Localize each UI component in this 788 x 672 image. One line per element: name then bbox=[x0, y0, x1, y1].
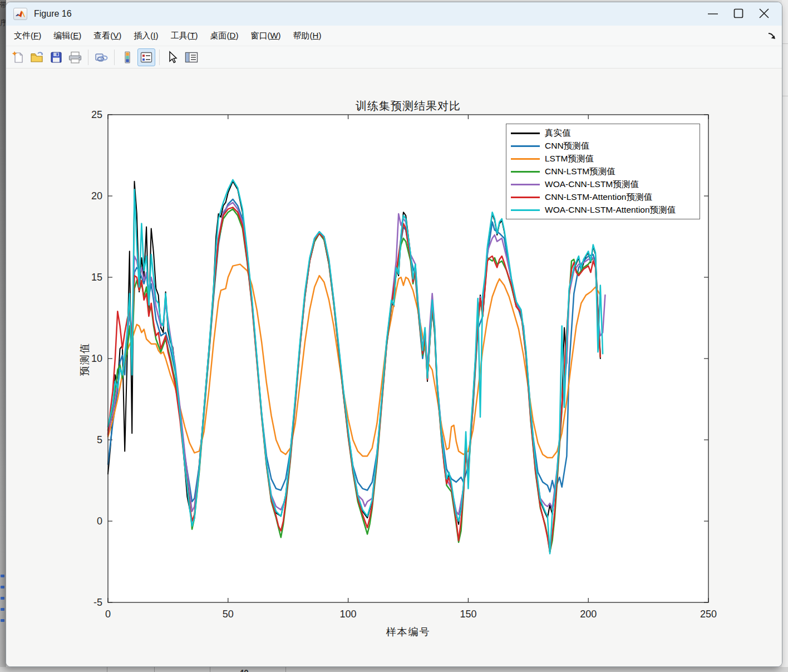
y-tick-label: 15 bbox=[91, 272, 102, 283]
background-text-fragment: 带 bbox=[0, 1, 6, 9]
background-window-right-edge bbox=[782, 0, 788, 672]
y-tick-label: 0 bbox=[97, 516, 102, 527]
legend-label: CNN-LSTM预测值 bbox=[545, 166, 615, 178]
legend-line-swatch bbox=[511, 158, 540, 160]
legend-line-swatch bbox=[511, 184, 540, 185]
window-title: Figure 16 bbox=[34, 9, 72, 19]
y-tick-label: 25 bbox=[91, 109, 102, 120]
dock-figure-button[interactable] bbox=[767, 32, 776, 40]
legend-entry-0: 真实值 bbox=[511, 127, 700, 140]
legend-line-swatch bbox=[511, 209, 540, 211]
legend-line-swatch bbox=[511, 197, 540, 198]
menu-item-t[interactable]: 工具(T) bbox=[165, 28, 203, 43]
matlab-logo-icon bbox=[13, 8, 27, 20]
background-blue-dash bbox=[1, 575, 4, 577]
new-figure-button[interactable] bbox=[9, 48, 27, 66]
property-editor-button[interactable] bbox=[183, 48, 200, 66]
menu-item-f[interactable]: 文件(F) bbox=[8, 28, 47, 43]
insert-legend-button[interactable] bbox=[137, 48, 155, 66]
menu-item-h[interactable]: 帮助(H) bbox=[288, 28, 327, 43]
background-blue-dash bbox=[1, 608, 4, 611]
legend-label: 真实值 bbox=[545, 127, 571, 139]
background-text-fragment: 序 bbox=[0, 19, 6, 27]
legend-entry-4: WOA-CNN-LSTM预测值 bbox=[511, 178, 700, 191]
menu-item-i[interactable]: 插入(I) bbox=[128, 28, 164, 43]
chart-title: 训练集预测结果对比 bbox=[108, 99, 708, 114]
y-tick-label: -5 bbox=[93, 597, 102, 608]
y-tick-label: 20 bbox=[91, 190, 102, 202]
minimize-button[interactable] bbox=[701, 2, 726, 26]
close-button[interactable] bbox=[752, 2, 777, 26]
legend-entry-2: LSTM预测值 bbox=[511, 153, 700, 165]
legend-line-swatch bbox=[511, 133, 540, 134]
legend-label: LSTM预测值 bbox=[545, 153, 594, 165]
toolbar-separator bbox=[159, 50, 160, 65]
y-tick-label: 10 bbox=[91, 353, 102, 364]
legend-label: CNN-LSTM-Attention预测值 bbox=[545, 192, 652, 203]
print-figure-button[interactable] bbox=[66, 48, 84, 66]
edit-plot-button[interactable] bbox=[164, 48, 181, 66]
figure-canvas: 050100150200250-50510152025 训练集预测结果对比 样本… bbox=[6, 68, 782, 667]
x-tick-label: 150 bbox=[460, 609, 476, 620]
figure-window: Figure 16 文件(F)编辑(E)查看(V)插入(I)工具(T)桌面(D)… bbox=[6, 2, 782, 667]
legend-label: CNN预测值 bbox=[545, 140, 589, 152]
toolbar-separator bbox=[114, 50, 115, 65]
legend-box[interactable]: 真实值CNN预测值LSTM预测值CNN-LSTM预测值WOA-CNN-LSTM预… bbox=[506, 124, 700, 219]
menu-item-e[interactable]: 编辑(E) bbox=[48, 28, 87, 43]
background-window-bottom-edge: 40 bbox=[0, 667, 788, 672]
menu-item-v[interactable]: 查看(V) bbox=[88, 28, 127, 43]
x-axis-label: 样本编号 bbox=[108, 625, 708, 639]
insert-colorbar-button[interactable] bbox=[119, 48, 136, 66]
legend-entry-6: WOA-CNN-LSTM-Attention预测值 bbox=[511, 204, 700, 217]
y-axis-label: 预测值 bbox=[78, 326, 90, 393]
background-blue-dash bbox=[1, 586, 4, 588]
toolbar-separator bbox=[88, 50, 88, 65]
open-file-button[interactable] bbox=[28, 48, 46, 66]
screen: 带 序 40 Figure 16 bbox=[0, 0, 788, 672]
x-tick-label: 50 bbox=[223, 609, 234, 620]
toolbar bbox=[6, 46, 782, 68]
legend-entry-5: CNN-LSTM-Attention预测值 bbox=[511, 191, 700, 204]
save-figure-button[interactable] bbox=[47, 48, 65, 66]
menu-bar: 文件(F)编辑(E)查看(V)插入(I)工具(T)桌面(D)窗口(W)帮助(H) bbox=[6, 26, 782, 46]
background-clipped-number: 40 bbox=[239, 668, 249, 672]
background-blue-dash bbox=[1, 597, 4, 600]
title-bar[interactable]: Figure 16 bbox=[6, 2, 782, 26]
x-tick-label: 200 bbox=[580, 609, 597, 620]
menu-item-d[interactable]: 桌面(D) bbox=[205, 28, 244, 43]
legend-entry-1: CNN预测值 bbox=[511, 140, 700, 153]
menu-item-w[interactable]: 窗口(W) bbox=[245, 28, 286, 43]
legend-label: WOA-CNN-LSTM预测值 bbox=[545, 179, 639, 190]
link-plot-button[interactable] bbox=[92, 48, 110, 66]
x-tick-label: 100 bbox=[340, 609, 357, 620]
legend-line-swatch bbox=[511, 145, 540, 147]
x-tick-label: 0 bbox=[105, 609, 111, 620]
y-tick-label: 5 bbox=[97, 434, 102, 445]
legend-entry-3: CNN-LSTM预测值 bbox=[511, 165, 700, 178]
background-blue-dash bbox=[1, 619, 4, 622]
legend-label: WOA-CNN-LSTM-Attention预测值 bbox=[545, 204, 676, 216]
legend-line-swatch bbox=[511, 171, 540, 173]
maximize-button[interactable] bbox=[726, 2, 752, 26]
x-tick-label: 250 bbox=[700, 609, 717, 620]
